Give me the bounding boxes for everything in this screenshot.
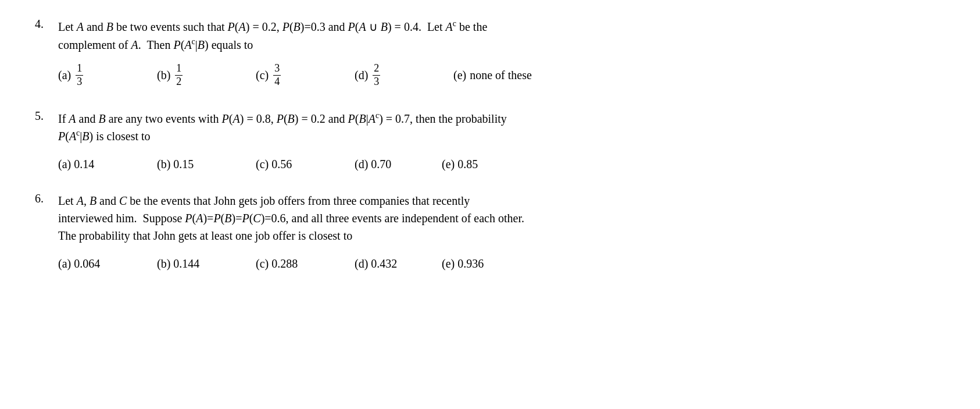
choice-6a: (a) 0.064: [58, 257, 157, 271]
problem-6-choices: (a) 0.064 (b) 0.144 (c) 0.288 (d) 0.432 …: [58, 257, 524, 271]
choice-6d: (d) 0.432: [355, 257, 442, 271]
problem-5: 5. If A and B are any two events with P(…: [35, 109, 945, 171]
choice-4e: (e) none of these: [453, 69, 532, 82]
choice-4e-label: (e): [453, 69, 466, 82]
choice-5d: (d) 0.70: [355, 158, 442, 171]
choice-5a-label: (a): [58, 158, 74, 170]
problem-4: 4. Let A and B be two events such that P…: [35, 17, 945, 88]
problem-4-choices: (a) 1 3 (b) 1 2 (c) 3: [58, 62, 532, 88]
choice-6d-label: (d): [355, 257, 371, 270]
choice-4d-label: (d): [355, 69, 368, 82]
choice-6e-label: (e): [442, 257, 457, 270]
choice-6b-value: 0.144: [173, 257, 199, 270]
problem-5-choices: (a) 0.14 (b) 0.15 (c) 0.56 (d) 0.70 (e) …: [58, 158, 507, 171]
problem-6-content: Let A, B and C be the events that John g…: [58, 192, 524, 271]
choice-4c: (c) 3 4: [256, 62, 355, 88]
problem-4-content: Let A and B be two events such that P(A)…: [58, 17, 532, 88]
choice-6e: (e) 0.936: [442, 257, 484, 271]
choice-4a-fraction: 1 3: [76, 62, 83, 88]
choice-4a-label: (a): [58, 69, 71, 82]
choice-4d: (d) 2 3: [355, 62, 453, 88]
choice-5a-value: 0.14: [74, 158, 94, 170]
choice-6c-label: (c): [256, 257, 271, 270]
choice-5e-value: 0.85: [457, 158, 478, 170]
choice-5d-value: 0.70: [371, 158, 391, 170]
problem-4-statement: Let A and B be two events such that P(A)…: [58, 17, 532, 53]
choice-5c-label: (c): [256, 158, 271, 170]
problem-4-number: 4.: [35, 17, 58, 88]
choice-5e: (e) 0.85: [442, 158, 478, 171]
choice-4c-fraction: 3 4: [273, 62, 281, 88]
choice-4b: (b) 1 2: [157, 62, 256, 88]
choice-6a-value: 0.064: [74, 257, 100, 270]
choice-5b-value: 0.15: [173, 158, 194, 170]
problem-5-statement: If A and B are any two events with P(A) …: [58, 109, 507, 145]
choice-6d-value: 0.432: [371, 257, 397, 270]
choice-4a: (a) 1 3: [58, 62, 157, 88]
choice-4b-label: (b): [157, 69, 170, 82]
choice-5c: (c) 0.56: [256, 158, 355, 171]
choice-6c: (c) 0.288: [256, 257, 355, 271]
problem-6-number: 6.: [35, 192, 58, 271]
choice-5d-label: (d): [355, 158, 371, 170]
choice-6e-value: 0.936: [457, 257, 484, 270]
choice-4e-value: none of these: [470, 69, 532, 82]
choice-5a: (a) 0.14: [58, 158, 157, 171]
choice-4b-fraction: 1 2: [175, 62, 183, 88]
choice-5e-label: (e): [442, 158, 457, 170]
choice-5b: (b) 0.15: [157, 158, 256, 171]
problem-6-statement: Let A, B and C be the events that John g…: [58, 192, 524, 244]
choice-4d-fraction: 2 3: [373, 62, 380, 88]
problem-6: 6. Let A, B and C be the events that Joh…: [35, 192, 945, 271]
choice-6b: (b) 0.144: [157, 257, 256, 271]
choice-5c-value: 0.56: [271, 158, 292, 170]
exam-content: 4. Let A and B be two events such that P…: [35, 17, 945, 271]
choice-6a-label: (a): [58, 257, 74, 270]
choice-5b-label: (b): [157, 158, 173, 170]
choice-6b-label: (b): [157, 257, 173, 270]
problem-5-number: 5.: [35, 109, 58, 171]
choice-6c-value: 0.288: [271, 257, 298, 270]
problem-5-content: If A and B are any two events with P(A) …: [58, 109, 507, 171]
choice-4c-label: (c): [256, 69, 269, 82]
